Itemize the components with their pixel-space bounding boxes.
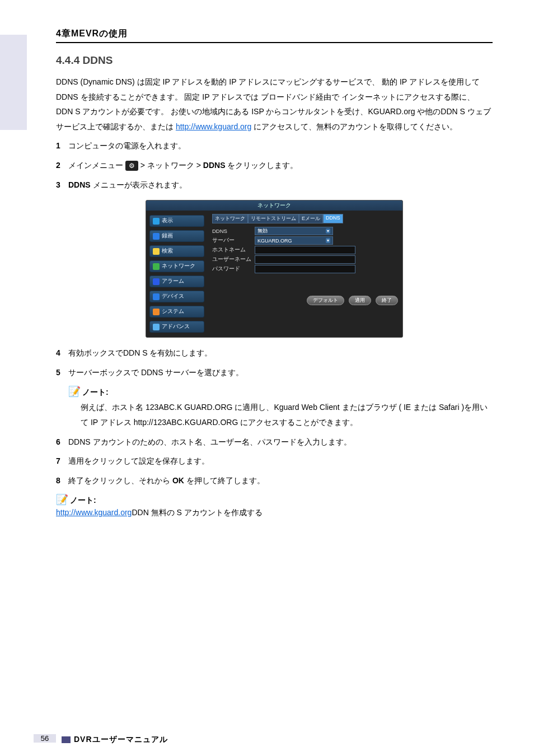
intro-text-b: にアクセスして、無料のアカウントを取得してください。 (251, 122, 457, 131)
tab-ddns[interactable]: DDNS (323, 214, 343, 223)
step-5-text: サーバーボックスで DDNS サーバーを選びます。 (68, 365, 493, 380)
side-device[interactable]: デバイス (149, 291, 204, 302)
step-8-bold: OK (172, 476, 184, 485)
btn-default[interactable]: デフォルト (307, 296, 344, 305)
side-network[interactable]: ネットワーク (149, 260, 204, 272)
step-2-num: 2 (56, 158, 64, 173)
note-2-body: http://www.kguard.orgDDN 無料の S アカウントを作成す… (56, 508, 493, 518)
dd-server[interactable]: KGUARD.ORG▾ (255, 236, 333, 245)
side-search[interactable]: 検索 (149, 245, 204, 257)
step-4-num: 4 (56, 346, 64, 361)
chevron-down-icon: ▾ (326, 228, 330, 234)
lbl-ddns: DDNS (212, 228, 251, 234)
page-number: 56 (34, 734, 56, 743)
footer-square-icon (62, 736, 71, 743)
note-1-body: 例えば、ホスト名 123ABC.K GUARD.ORG に適用し、Kguard … (81, 400, 493, 430)
header-rule (56, 42, 493, 43)
step-7: 7 適用をクリックして設定を保存します。 (56, 454, 493, 469)
side-alarm-label: アラーム (162, 278, 184, 285)
accent-bar (0, 35, 27, 130)
step-8-body: 終了をクリックし、それから OK を押して終了します。 (68, 473, 493, 488)
display-icon (153, 218, 160, 225)
side-record-label: 録画 (162, 232, 173, 240)
note-1-label: ノート: (82, 388, 109, 396)
step-3-num: 3 (56, 178, 64, 193)
side-device-label: デバイス (162, 293, 184, 300)
lbl-pass: パスワード (212, 265, 251, 273)
side-system-label: システム (162, 308, 184, 315)
dd-ddns[interactable]: 無効▾ (255, 227, 333, 235)
alarm-icon (153, 278, 160, 285)
side-advance-label: アドバンス (162, 323, 190, 330)
dd-ddns-value: 無効 (257, 227, 268, 235)
note-1: 📝ノート: (68, 385, 493, 398)
step-7-num: 7 (56, 454, 64, 469)
page-body: 4章MEVRの使用 4.4.4 DDNS DDNS (Dynamic DNS) … (56, 28, 493, 518)
step-2-bold: DDNS (203, 161, 226, 170)
side-display-label: 表示 (162, 217, 173, 225)
lbl-host: ホストネーム (212, 246, 251, 254)
inp-user[interactable] (255, 255, 355, 264)
gear-icon: ⚙ (125, 161, 138, 171)
intro-paragraph: DDNS (Dynamic DNS) は固定 IP アドレスを動的 IP アドレ… (56, 74, 493, 134)
step-3: 3 DDNS メニューが表示されます。 (56, 178, 493, 193)
step-4: 4 有効ボックスでDDN S を有効にします。 (56, 346, 493, 361)
dialog-tabs: ネットワーク リモートストリーム Eメール DDNS (212, 214, 398, 223)
side-search-label: 検索 (162, 248, 173, 255)
tab-email[interactable]: Eメール (299, 214, 323, 223)
side-display[interactable]: 表示 (149, 215, 204, 227)
step-6: 6 DDNS アカウントのための、ホスト名、ユーザー名、パスワードを入力します。 (56, 435, 493, 450)
step-1: 1 コンピュータの電源を入れます。 (56, 138, 493, 153)
screenshot-wrap: ネットワーク 表示 録画 検索 ネットワーク アラーム デバイス システム アド… (146, 200, 493, 338)
step-2-pre: メインメニュー (68, 161, 123, 170)
note-icon: 📝 (56, 493, 68, 506)
chapter-header: 4章MEVRの使用 (56, 28, 493, 42)
footer-text: DVRユーザーマニュアル (74, 735, 168, 745)
step-8: 8 終了をクリックし、それから OK を押して終了します。 (56, 473, 493, 488)
note-2-tail: DDN 無料の S アカウントを作成する (132, 508, 262, 517)
dd-server-value: KGUARD.ORG (257, 238, 292, 244)
step-8-num: 8 (56, 473, 64, 488)
note-icon: 📝 (68, 385, 81, 398)
side-alarm[interactable]: アラーム (149, 276, 204, 287)
step-2-body: メインメニュー ⚙ > ネットワーク > DDNS をクリックします。 (68, 158, 493, 173)
section-title: 4.4.4 DDNS (56, 54, 493, 67)
lbl-user: ユーザーネーム (212, 256, 251, 263)
kguard-link-2[interactable]: http://www.kguard.org (56, 508, 132, 517)
kguard-link[interactable]: http://www.kguard.org (176, 122, 251, 131)
dialog-form: ネットワーク リモートストリーム Eメール DDNS DDNS無効▾ サーバーK… (208, 211, 402, 337)
network-dialog: ネットワーク 表示 録画 検索 ネットワーク アラーム デバイス システム アド… (146, 200, 403, 338)
system-icon (153, 309, 160, 315)
step-5: 5 サーバーボックスで DDNS サーバーを選びます。 (56, 365, 493, 380)
step-3-body: DDNS メニューが表示されます。 (68, 178, 493, 193)
step-4-text: 有効ボックスでDDN S を有効にします。 (68, 346, 493, 361)
step-7-text: 適用をクリックして設定を保存します。 (68, 454, 493, 469)
step-3-bold: DDNS (68, 180, 91, 189)
tab-remote-stream[interactable]: リモートストリーム (248, 214, 299, 223)
side-advance[interactable]: アドバンス (149, 321, 204, 333)
step-8-pre: 終了をクリックし、それから (68, 476, 172, 485)
tab-network[interactable]: ネットワーク (212, 214, 248, 223)
footer: DVRユーザーマニュアル 56 (0, 735, 534, 745)
step-8-tail: を押して終了します。 (184, 476, 265, 485)
step-2-tail: をクリックします。 (227, 161, 298, 170)
inp-pass[interactable] (255, 265, 355, 273)
inp-host[interactable] (255, 246, 355, 254)
side-system[interactable]: システム (149, 306, 204, 318)
step-1-num: 1 (56, 138, 64, 153)
step-2-mid: ネットワーク > (147, 161, 201, 170)
step-3-tail: メニューが表示されます。 (91, 180, 187, 189)
side-record[interactable]: 録画 (149, 230, 204, 242)
step-1-text: コンピュータの電源を入れます。 (68, 138, 493, 153)
chevron-down-icon: ▾ (326, 238, 330, 243)
step-2: 2 メインメニュー ⚙ > ネットワーク > DDNS をクリックします。 (56, 158, 493, 173)
record-icon (153, 233, 160, 240)
lbl-server: サーバー (212, 237, 251, 244)
note-2-label: ノート: (70, 496, 96, 505)
step-6-text: DDNS アカウントのための、ホスト名、ユーザー名、パスワードを入力します。 (68, 435, 493, 450)
btn-exit[interactable]: 終了 (376, 296, 398, 305)
step-5-num: 5 (56, 365, 64, 380)
network-icon (153, 263, 160, 270)
btn-apply[interactable]: 適用 (349, 296, 371, 305)
advance-icon (153, 324, 160, 330)
